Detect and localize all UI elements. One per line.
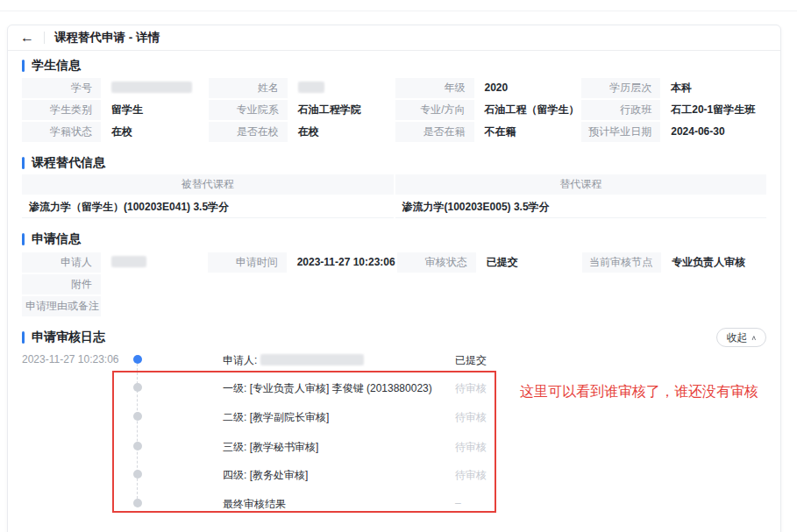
section-review-log-header: 申请审核日志 收起 ∧ (22, 327, 766, 348)
field-label: 行政班 (581, 100, 660, 120)
timeline-entry-text: 申请人: (223, 353, 364, 368)
course-substitution-detail-page: { "window": { "back_icon": "←", "title":… (0, 0, 797, 532)
field-value: 在校 (103, 122, 207, 142)
section-accent-bar (22, 331, 25, 344)
section-title: 申请信息 (32, 231, 81, 247)
timeline-entry-text: 最终审核结果 (223, 497, 286, 512)
field-value: 已提交 (478, 252, 581, 273)
timeline-dot-pending (133, 412, 142, 421)
field-value-masked (289, 78, 394, 98)
review-timeline: 2023-11-27 10:23:06 申请人: 已提交 一级: [专业负责人审… (22, 350, 766, 518)
field-value: 专业负责人审核 (663, 252, 766, 273)
section-title: 课程替代信息 (32, 155, 105, 171)
student-info-grid: 学号 姓名 年级 2020 学历层次 本科 学生类别 留学生 专业院系 石油工程… (22, 78, 766, 142)
field-label: 专业/方向 (395, 100, 474, 120)
back-arrow-icon[interactable]: ← (20, 31, 34, 45)
table-cell-replaced-course: 渗流力学（留学生）(100203E041) 3.5学分 (22, 196, 394, 218)
timeline-entry-status: 待审核 (455, 381, 487, 396)
field-value: 2023-11-27 10:23:06 (288, 252, 395, 273)
table-cell-substitute-course: 渗流力学(100203E005) 3.5学分 (395, 196, 767, 218)
field-label: 是否在校 (209, 122, 288, 142)
field-label: 是否在籍 (395, 122, 474, 142)
section-application-info: 申请信息 (22, 231, 766, 247)
application-info-grid: 申请人 申请时间 2023-11-27 10:23:06 审核状态 已提交 当前… (22, 252, 766, 316)
field-label: 学号 (22, 78, 101, 98)
timeline-entry-text: 三级: [教学秘书审核] (223, 440, 318, 455)
section-accent-bar (22, 233, 25, 245)
timeline-entry-text: 四级: [教务处审核] (223, 468, 308, 483)
timeline-dot-pending (133, 470, 142, 479)
card-content: 学生信息 学号 姓名 年级 2020 学历层次 本科 学生类别 留学生 专业院系… (8, 58, 780, 518)
collapse-button[interactable]: 收起 ∧ (716, 328, 766, 347)
field-label: 当前审核节点 (582, 252, 661, 273)
timeline-dot-pending (133, 442, 142, 450)
timeline-dot-active (133, 355, 142, 364)
field-label: 姓名 (209, 78, 288, 98)
timeline-dot-pending (133, 383, 142, 392)
field-label: 申请理由或备注 (22, 296, 101, 316)
page-top-strip (0, 0, 797, 11)
field-label: 申请人 (22, 252, 101, 273)
section-course-substitution: 课程替代信息 (22, 155, 766, 171)
column-header-replaced-course: 被替代课程 (22, 174, 394, 195)
page-title: 课程替代申请 - 详情 (54, 30, 160, 46)
masked-applicant-name (111, 256, 146, 267)
field-value: 石工20-1留学生班 (662, 100, 766, 120)
timeline-dot-pending (133, 499, 142, 507)
timeline-entry-level3: 三级: [教学秘书审核] 待审核 (22, 439, 766, 453)
timeline-entry-status: 待审核 (455, 468, 487, 483)
timeline-entry-status: 待审核 (455, 410, 487, 425)
field-value: 本科 (662, 78, 766, 98)
field-value-empty (103, 296, 766, 316)
timeline-entry-final-result: 最终审核结果 – (22, 496, 766, 510)
field-label: 申请时间 (208, 252, 287, 273)
section-title: 学生信息 (32, 58, 81, 74)
timeline-entry-status: 待审核 (455, 440, 487, 455)
section-student-info: 学生信息 (22, 58, 766, 74)
section-title: 申请审核日志 (32, 330, 105, 345)
field-value-masked (103, 78, 207, 98)
field-value: 在校 (289, 122, 394, 142)
masked-student-name (298, 82, 324, 93)
header-divider (44, 32, 45, 44)
timeline-entry-level4: 四级: [教务处审核] 待审核 (22, 467, 766, 481)
detail-card: ← 课程替代申请 - 详情 学生信息 学号 姓名 年级 2020 学历层次 本科… (7, 25, 781, 532)
field-label: 学生类别 (22, 100, 101, 120)
timeline-entry-status: 已提交 (455, 353, 487, 368)
field-label: 附件 (22, 274, 101, 294)
field-label: 预计毕业日期 (581, 122, 660, 142)
collapse-button-label: 收起 (726, 330, 747, 345)
timeline-entry-submitted: 2023-11-27 10:23:06 申请人: 已提交 (22, 352, 766, 366)
timeline-entry-text: 一级: [专业负责人审核] 李俊键 (2013880023) (223, 381, 432, 396)
section-accent-bar (22, 60, 25, 72)
field-label: 学籍状态 (22, 122, 101, 142)
field-label: 审核状态 (397, 252, 476, 273)
masked-student-id (111, 82, 192, 93)
section-review-log: 申请审核日志 (22, 330, 105, 345)
field-value: 不在籍 (476, 122, 580, 142)
field-value-empty (103, 274, 766, 294)
chevron-up-icon: ∧ (751, 334, 757, 341)
field-label: 学历层次 (581, 78, 660, 98)
annotation-text: 这里可以看到谁审核了，谁还没有审核 (520, 383, 758, 401)
field-value: 2024-06-30 (662, 122, 766, 142)
card-header: ← 课程替代申请 - 详情 (8, 25, 780, 51)
field-value-masked (103, 252, 206, 273)
field-value: 石油工程学院 (289, 100, 394, 120)
masked-applicant-name (260, 354, 364, 365)
field-value: 2020 (476, 78, 580, 98)
field-label: 专业院系 (209, 100, 288, 120)
field-label: 年级 (395, 78, 474, 98)
section-accent-bar (22, 157, 25, 169)
field-value: 留学生 (103, 100, 207, 120)
timeline-entry-text: 二级: [教学副院长审核] (223, 410, 329, 425)
timeline-timestamp: 2023-11-27 10:23:06 (22, 353, 117, 365)
course-substitution-table: 被替代课程 替代课程 渗流力学（留学生）(100203E041) 3.5学分 渗… (22, 174, 766, 218)
timeline-entry-level2: 二级: [教学副院长审核] 待审核 (22, 409, 766, 423)
field-value: 石油工程（留学生） (476, 100, 580, 120)
column-header-substitute-course: 替代课程 (395, 174, 767, 195)
timeline-entry-status: – (455, 497, 461, 509)
